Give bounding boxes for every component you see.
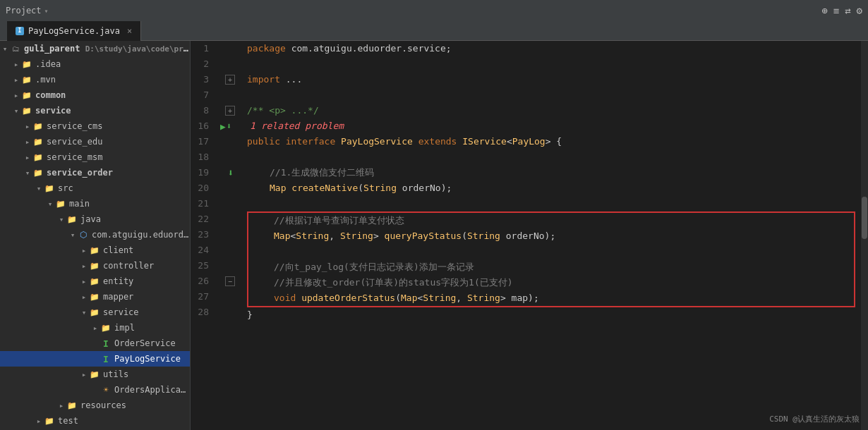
service-msm-arrow [23, 153, 32, 162]
main-area: 🗂 guli_parent D:\study\java\code\project… [0, 41, 868, 430]
tree-item-pkg[interactable]: ⬡ com.atguigu.eduorder [0, 227, 190, 242]
tree-item-src[interactable]: 📁 src [0, 180, 190, 196]
java-arrow [56, 215, 66, 224]
pkg-label: com.atguigu.eduorder [92, 230, 190, 240]
line-num-16: 16 [191, 118, 215, 134]
method-queryPayStatus: queryPayStatus [385, 228, 462, 244]
tree-item-utils[interactable]: 📁 utils [0, 367, 190, 382]
service-order-label: service_order [47, 168, 190, 178]
service-edu-label: service_edu [47, 137, 190, 147]
project-root[interactable]: 🗂 guli_parent D:\study\java\code\project… [0, 41, 190, 56]
entity-label: entity [103, 276, 190, 286]
gutter-24 [220, 242, 241, 258]
tree-item-service-msm[interactable]: 📁 service_msm [0, 149, 190, 165]
code-line-21: //根据订单号查询订单支付状态 [251, 213, 851, 228]
string-val-26: String [467, 290, 500, 306]
controller-arrow [79, 262, 89, 271]
code-line-7 [247, 87, 861, 103]
generic-26: < [418, 290, 423, 306]
code-content[interactable]: package com.atguigu.eduorder.service; im… [241, 41, 861, 430]
map-type-19: Map [270, 180, 291, 196]
swap-icon[interactable]: ⇄ [845, 5, 850, 16]
sidebar: 🗂 guli_parent D:\study\java\code\project… [0, 41, 191, 430]
fold-minus-26[interactable]: − [225, 276, 235, 286]
editor-scrollbar[interactable] [861, 41, 868, 430]
settings-icon[interactable]: ⚙ [857, 5, 862, 16]
tree-item-service-edu[interactable]: 📁 service_edu [0, 134, 190, 149]
test-icon: 📁 [44, 415, 55, 426]
entity-icon: 📁 [89, 276, 100, 287]
code-line-1: package com.atguigu.eduorder.service; [247, 41, 861, 56]
tab-paylogservice[interactable]: I PayLogService.java × [7, 21, 141, 41]
service-edu-icon: 📁 [32, 136, 44, 147]
arrow-down-icon-16[interactable]: ⬇ [227, 121, 231, 131]
pkg-path: com.atguigu.eduorder.service; [291, 41, 452, 56]
paylog-service-icon: I [100, 353, 111, 364]
service-order-icon: 📁 [32, 167, 44, 178]
comment-zh-21: //根据订单号查询订单支付状态 [274, 213, 404, 228]
tree-item-paylog-service[interactable]: I PayLogService [0, 351, 190, 367]
map-type-22: Map [274, 228, 290, 244]
gutter-20 [220, 180, 241, 196]
service-cms-label: service_cms [47, 121, 190, 131]
string-type-22: String [467, 228, 506, 244]
main-arrow [45, 199, 55, 209]
tree-item-service[interactable]: 📁 service [0, 103, 190, 118]
kw-package: package [247, 41, 291, 56]
order-service-icon: I [100, 338, 111, 349]
code-line-16: public interface PayLogService extends I… [247, 134, 861, 149]
tree-item-service-inner[interactable]: 📁 service [0, 305, 190, 320]
tree-item-java[interactable]: 📁 java [0, 211, 190, 227]
tree-item-service-order[interactable]: 📁 service_order [0, 165, 190, 180]
tree-item-controller[interactable]: 📁 controller [0, 258, 190, 274]
src-icon: 📁 [44, 183, 55, 194]
tree-item-entity[interactable]: 📁 entity [0, 274, 190, 289]
gutter-27 [220, 289, 241, 305]
project-dropdown-icon[interactable]: ▾ [44, 7, 49, 15]
import-kw: import [247, 72, 286, 87]
impl-icon: 📁 [100, 322, 111, 333]
client-icon: 📁 [89, 245, 100, 256]
tree-item-main[interactable]: 📁 main [0, 196, 190, 211]
gt-26: > [500, 290, 512, 306]
tree-item[interactable]: 📁 .idea [0, 56, 190, 72]
test-label: test [58, 416, 190, 426]
tree-item-impl[interactable]: 📁 impl [0, 320, 190, 336]
gutter-17 [220, 134, 241, 149]
code-area: 1 2 3 7 8 16 17 18 19 20 21 22 23 24 25 … [191, 41, 868, 430]
pkg-arrow [68, 231, 78, 240]
list-icon[interactable]: ≡ [833, 5, 839, 16]
mvn-folder-icon: 📁 [21, 74, 32, 85]
tree-item-test[interactable]: 📁 test [0, 413, 190, 429]
arrow-down-icon-19[interactable]: ⬇ [228, 167, 234, 178]
line-num-23: 23 [191, 227, 215, 242]
tree-item[interactable]: 📁 .mvn [0, 72, 190, 87]
service-inner-icon: 📁 [89, 307, 100, 318]
tree-item-orders-app[interactable]: ☀ OrdersApplication [0, 382, 190, 398]
project-root-label: guli_parent D:\study\java\code\project\g… [24, 44, 190, 54]
tree-item-common[interactable]: 📁 common [0, 87, 190, 103]
import-dots: ... [286, 72, 302, 87]
add-icon[interactable]: ⊕ [821, 5, 827, 16]
service-label: service [35, 106, 190, 116]
interface-name: PayLogService [341, 134, 418, 149]
kw-public: public [247, 134, 286, 149]
line-num-22: 22 [191, 211, 215, 227]
line-numbers: 1 2 3 7 8 16 17 18 19 20 21 22 23 24 25 … [191, 41, 220, 430]
project-label[interactable]: Project ▾ [6, 6, 49, 16]
tree-item-order-service[interactable]: I OrderService [0, 336, 190, 351]
fold-plus-3[interactable]: + [225, 75, 235, 85]
tab-close-icon[interactable]: × [127, 26, 132, 36]
fold-plus-8[interactable]: + [225, 106, 235, 116]
tree-item-resources[interactable]: 📁 resources [0, 398, 190, 413]
tree-item-mapper[interactable]: 📁 mapper [0, 289, 190, 305]
scrollbar-thumb[interactable] [862, 197, 867, 239]
java-label: java [80, 214, 190, 224]
tree-item-service-cms[interactable]: 📁 service_cms [0, 118, 190, 134]
resources-icon: 📁 [66, 400, 78, 411]
line-num-17: 17 [191, 134, 215, 149]
tree-item-client[interactable]: 📁 client [0, 242, 190, 258]
run-icon-16[interactable]: ▶ [220, 121, 226, 132]
utils-arrow [79, 370, 89, 379]
main-icon: 📁 [55, 198, 66, 209]
